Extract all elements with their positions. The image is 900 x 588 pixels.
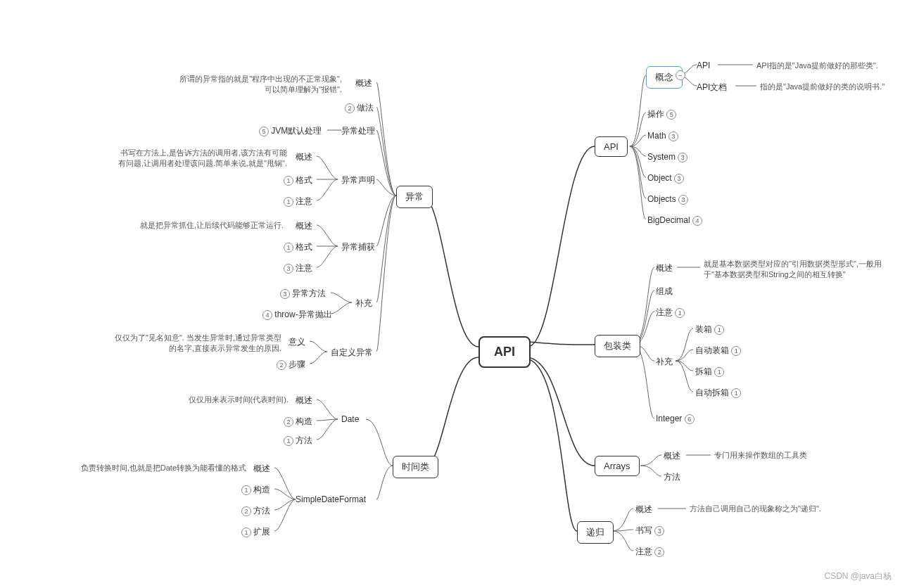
note-meaning: 仅仅为了"见名知意". 当发生异常时,通过异常类型的名字,直接表示异常发生的原因… xyxy=(113,333,281,354)
leaf-meaning[interactable]: 意义 xyxy=(289,336,305,348)
leaf-declare-overview[interactable]: 概述 xyxy=(296,151,312,163)
leaf-api[interactable]: API xyxy=(697,60,710,70)
leaf-compose[interactable]: 组成 xyxy=(656,286,673,298)
leaf-exc-declare[interactable]: 异常声明 xyxy=(341,174,375,186)
note-sdf: 负责转换时间,也就是把Date转换为能看懂的格式 xyxy=(74,463,246,473)
branch-api[interactable]: API xyxy=(595,136,628,157)
leaf-supplement[interactable]: 补充 xyxy=(656,356,673,368)
leaf-autobox[interactable]: 自动装箱 1 xyxy=(695,345,741,357)
leaf-integer[interactable]: Integer 6 xyxy=(656,414,695,424)
leaf-exc-handle[interactable]: 异常处理 xyxy=(341,125,375,137)
branch-arrays[interactable]: Arrays xyxy=(595,456,640,476)
leaf-sdf-method[interactable]: 2 方法 xyxy=(241,505,270,517)
branch-exception[interactable]: 异常 xyxy=(396,186,433,208)
note-declare: 书写在方法上,是告诉方法的调用者,该方法有可能有问题,让调用者处理该问题.简单来… xyxy=(113,148,287,170)
leaf-unbox[interactable]: 拆箱 1 xyxy=(695,366,724,378)
leaf-catch-format[interactable]: 1 格式 xyxy=(284,241,312,253)
leaf-wrapper-notice[interactable]: 注意 1 xyxy=(656,307,685,319)
leaf-object[interactable]: Object 3 xyxy=(647,173,684,184)
note-wrapper-overview: 就是基本数据类型对应的"引用数据类型形式",一般用于"基本数据类型和String… xyxy=(704,259,887,281)
leaf-sdf[interactable]: SimpleDateFormat xyxy=(296,494,366,504)
leaf-bigdecimal[interactable]: BigDecimal 4 xyxy=(647,215,702,226)
leaf-sdf-construct[interactable]: 1 构造 xyxy=(241,484,270,496)
leaf-arrays-method[interactable]: 方法 xyxy=(664,471,680,483)
leaf-exc-overview[interactable]: 概述 xyxy=(355,77,372,89)
leaf-exc-catch[interactable]: 异常捕获 xyxy=(341,241,375,253)
leaf-declare-format[interactable]: 1 格式 xyxy=(284,174,312,186)
leaf-system[interactable]: System 3 xyxy=(647,152,687,162)
note-exc-overview: 所谓的异常指的就是"程序中出现的不正常现象",可以简单理解为"报错". xyxy=(173,74,342,96)
note-recursion: 方法自己调用自己的现象称之为"递归". xyxy=(690,504,821,514)
leaf-custom[interactable]: 自定义异常 xyxy=(331,347,373,359)
leaf-step[interactable]: 2 步骤 xyxy=(277,359,305,371)
count-badge: 5 xyxy=(666,110,676,120)
leaf-objects[interactable]: Objects 3 xyxy=(647,194,688,205)
collapse-icon[interactable]: − xyxy=(676,70,685,80)
leaf-date-overview[interactable]: 概述 xyxy=(296,395,312,407)
leaf-autounbox[interactable]: 自动拆箱 1 xyxy=(695,387,741,399)
leaf-recursion-overview[interactable]: 概述 xyxy=(635,504,652,516)
leaf-throw[interactable]: 4 throw-异常抛出 xyxy=(262,309,332,321)
note-api-def: API指的是"Java提前做好的那些类". xyxy=(756,60,878,71)
note-date: 仅仅用来表示时间(代表时间). xyxy=(172,395,289,405)
leaf-catch-notice[interactable]: 3 注意 xyxy=(284,262,312,274)
note-arrays: 专门用来操作数组的工具类 xyxy=(714,450,807,461)
leaf-date-construct[interactable]: 2 构造 xyxy=(284,416,312,428)
leaf-operation[interactable]: 操作 5 xyxy=(647,108,676,120)
leaf-arrays-overview[interactable]: 概述 xyxy=(664,450,680,462)
root-label: API xyxy=(494,345,515,359)
leaf-recursion-write[interactable]: 书写 3 xyxy=(635,525,664,537)
leaf-sdf-overview[interactable]: 概述 xyxy=(253,463,270,475)
note-catch: 就是把异常抓住,让后续代码能够正常运行. xyxy=(129,220,284,231)
leaf-catch-overview[interactable]: 概述 xyxy=(296,220,312,232)
leaf-recursion-notice[interactable]: 注意 2 xyxy=(635,546,664,558)
note-api-doc: 指的是"Java提前做好的类的说明书." xyxy=(760,82,885,92)
leaf-date-method[interactable]: 1 方法 xyxy=(284,435,312,447)
branch-wrapper[interactable]: 包装类 xyxy=(595,335,640,357)
leaf-exc-supplement[interactable]: 补充 xyxy=(355,298,372,309)
leaf-jvm[interactable]: 5 JVM默认处理 xyxy=(259,125,322,137)
leaf-date[interactable]: Date xyxy=(341,414,359,424)
leaf-exc-method2[interactable]: 3 异常方法 xyxy=(280,288,326,300)
branch-time[interactable]: 时间类 xyxy=(393,456,438,478)
leaf-sdf-extend[interactable]: 1 扩展 xyxy=(241,526,270,538)
leaf-declare-notice[interactable]: 1 注意 xyxy=(284,196,312,207)
leaf-api-doc[interactable]: API文档 xyxy=(697,82,727,94)
leaf-wrapper-overview[interactable]: 概述 xyxy=(656,262,673,274)
root-node[interactable]: API xyxy=(478,336,531,368)
watermark: CSDN @java白杨 xyxy=(824,570,892,582)
leaf-box[interactable]: 装箱 1 xyxy=(695,324,724,335)
leaf-math[interactable]: Math 3 xyxy=(647,131,678,141)
branch-recursion[interactable]: 递归 xyxy=(577,521,614,544)
leaf-exc-method[interactable]: 2 做法 xyxy=(345,102,374,114)
